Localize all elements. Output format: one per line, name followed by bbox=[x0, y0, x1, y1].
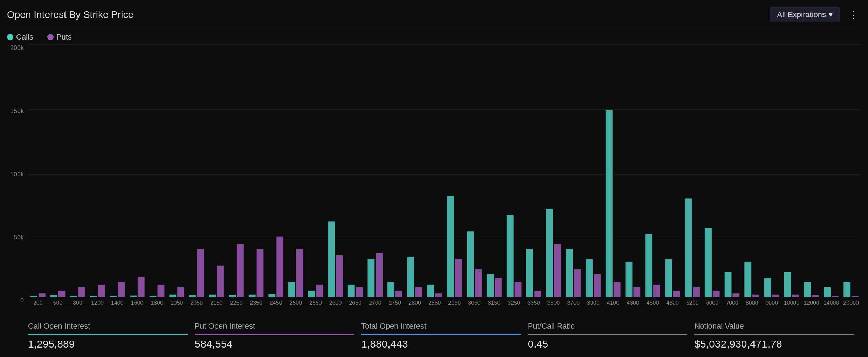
pcr-label: Put/Call Ratio bbox=[528, 322, 688, 331]
expiration-label: All Expirations bbox=[777, 10, 826, 19]
svg-rect-77 bbox=[792, 295, 799, 297]
svg-rect-63 bbox=[653, 285, 660, 297]
svg-rect-15 bbox=[177, 287, 184, 297]
svg-rect-36 bbox=[387, 282, 394, 297]
x-axis-container: 2005008001200140016001800195020502150225… bbox=[28, 297, 861, 315]
svg-text:1400: 1400 bbox=[111, 300, 124, 306]
svg-rect-14 bbox=[169, 295, 176, 297]
svg-rect-28 bbox=[308, 291, 315, 297]
expiration-dropdown[interactable]: All Expirations ▾ bbox=[770, 7, 840, 22]
svg-rect-42 bbox=[447, 196, 454, 297]
svg-rect-25 bbox=[276, 237, 283, 297]
svg-rect-52 bbox=[546, 209, 553, 297]
svg-rect-13 bbox=[158, 285, 165, 297]
svg-rect-1 bbox=[39, 293, 46, 297]
svg-rect-44 bbox=[467, 231, 474, 297]
svg-rect-43 bbox=[455, 259, 462, 297]
y-axis: 200k 150k 100k 50k 0 bbox=[7, 44, 28, 315]
svg-text:9000: 9000 bbox=[765, 300, 778, 306]
svg-rect-45 bbox=[475, 270, 482, 297]
y-label-150k: 150k bbox=[10, 107, 24, 115]
svg-rect-76 bbox=[784, 272, 791, 297]
svg-rect-35 bbox=[376, 253, 383, 297]
svg-text:10000: 10000 bbox=[784, 300, 800, 306]
chevron-down-icon: ▾ bbox=[829, 10, 833, 19]
svg-rect-54 bbox=[566, 249, 573, 297]
svg-rect-9 bbox=[118, 282, 125, 297]
svg-rect-21 bbox=[237, 244, 244, 297]
put-oi-underline bbox=[195, 334, 354, 335]
svg-rect-33 bbox=[356, 287, 363, 297]
svg-rect-70 bbox=[725, 272, 732, 297]
svg-rect-82 bbox=[843, 282, 850, 297]
svg-text:12000: 12000 bbox=[804, 300, 819, 306]
svg-rect-75 bbox=[772, 295, 779, 297]
svg-rect-66 bbox=[685, 198, 692, 297]
svg-rect-57 bbox=[594, 274, 601, 297]
svg-text:1950: 1950 bbox=[171, 300, 183, 306]
svg-text:6000: 6000 bbox=[706, 300, 719, 306]
header: Open Interest By Strike Price All Expira… bbox=[7, 7, 861, 22]
y-label-0: 0 bbox=[20, 297, 24, 304]
svg-rect-67 bbox=[693, 287, 700, 297]
y-label-200k: 200k bbox=[10, 44, 24, 52]
svg-rect-37 bbox=[395, 291, 402, 297]
stat-notional-value: Notional Value $5,032,930,471.78 bbox=[694, 322, 861, 350]
svg-rect-68 bbox=[705, 227, 712, 297]
svg-rect-80 bbox=[824, 287, 831, 297]
svg-rect-26 bbox=[288, 282, 295, 297]
svg-text:4100: 4100 bbox=[607, 300, 619, 306]
svg-text:20000: 20000 bbox=[843, 300, 859, 306]
total-oi-value: 1,880,443 bbox=[361, 338, 521, 350]
bars-wrapper: 2005008001200140016001800195020502150225… bbox=[28, 44, 861, 315]
svg-rect-50 bbox=[526, 249, 533, 297]
more-icon: ⋮ bbox=[848, 9, 858, 20]
header-controls: All Expirations ▾ ⋮ bbox=[770, 7, 861, 22]
notional-value: $5,032,930,471.78 bbox=[694, 338, 854, 350]
svg-rect-41 bbox=[435, 293, 442, 297]
header-divider bbox=[7, 28, 861, 28]
call-oi-label: Call Open Interest bbox=[28, 322, 188, 331]
svg-text:2950: 2950 bbox=[448, 300, 461, 306]
svg-text:3700: 3700 bbox=[567, 300, 580, 306]
svg-rect-61 bbox=[633, 287, 640, 297]
svg-rect-53 bbox=[554, 244, 561, 297]
total-oi-underline bbox=[361, 334, 521, 335]
svg-rect-19 bbox=[217, 266, 224, 297]
svg-rect-47 bbox=[495, 278, 502, 297]
put-oi-value: 584,554 bbox=[195, 338, 354, 350]
calls-label: Calls bbox=[16, 33, 33, 42]
svg-rect-39 bbox=[415, 287, 422, 297]
svg-rect-5 bbox=[78, 287, 85, 297]
y-label-100k: 100k bbox=[10, 171, 24, 178]
svg-text:2650: 2650 bbox=[349, 300, 361, 306]
pcr-underline bbox=[528, 334, 688, 335]
svg-text:2050: 2050 bbox=[190, 300, 203, 306]
puts-color-indicator bbox=[47, 34, 54, 40]
svg-rect-49 bbox=[515, 282, 522, 297]
put-oi-label: Put Open Interest bbox=[195, 322, 354, 331]
svg-rect-55 bbox=[574, 270, 581, 297]
svg-text:2850: 2850 bbox=[428, 300, 441, 306]
svg-text:800: 800 bbox=[73, 300, 82, 306]
svg-rect-31 bbox=[336, 255, 343, 297]
svg-rect-64 bbox=[665, 259, 672, 297]
svg-rect-17 bbox=[197, 249, 204, 297]
svg-rect-27 bbox=[296, 249, 303, 297]
svg-text:2350: 2350 bbox=[250, 300, 262, 306]
svg-text:14000: 14000 bbox=[824, 300, 839, 306]
svg-text:7000: 7000 bbox=[726, 300, 738, 306]
svg-rect-7 bbox=[98, 285, 105, 297]
svg-rect-38 bbox=[407, 257, 414, 297]
svg-rect-72 bbox=[744, 262, 751, 297]
svg-rect-29 bbox=[316, 285, 323, 297]
svg-text:2600: 2600 bbox=[329, 300, 342, 306]
svg-rect-18 bbox=[209, 295, 216, 297]
svg-rect-71 bbox=[732, 293, 739, 297]
svg-text:2450: 2450 bbox=[270, 300, 282, 306]
svg-rect-32 bbox=[348, 285, 355, 297]
chart-legend: Calls Puts bbox=[7, 33, 861, 42]
more-options-button[interactable]: ⋮ bbox=[846, 8, 861, 22]
svg-rect-69 bbox=[713, 291, 720, 297]
stat-total-open-interest: Total Open Interest 1,880,443 bbox=[361, 322, 528, 350]
